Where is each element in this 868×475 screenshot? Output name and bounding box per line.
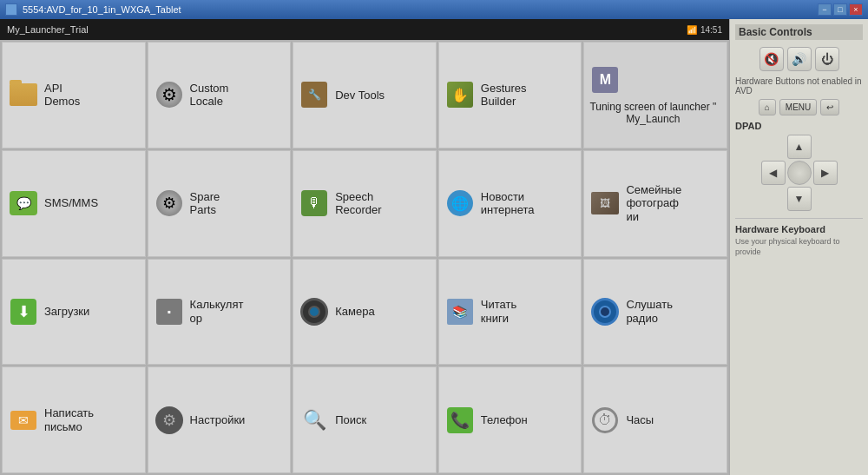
novosti-icon: 🌐 bbox=[444, 188, 476, 219]
nastrojki-label: Настройки bbox=[190, 413, 246, 427]
volume-up-button[interactable]: 🔊 bbox=[787, 47, 812, 71]
app-grid-container: APIDemos ⚙ CustomLocale 🔧 Dev Tools bbox=[0, 40, 729, 475]
search-icon: 🔍 bbox=[301, 407, 327, 433]
dpad-right-button[interactable]: ▶ bbox=[813, 161, 838, 185]
chitat-knigi-label: Читатькниги bbox=[481, 298, 516, 325]
photo-icon: 🖼 bbox=[591, 192, 619, 214]
status-icons: 📶 14:51 bbox=[687, 25, 722, 35]
basic-controls-row: 🔇 🔊 ⏻ bbox=[735, 47, 863, 71]
spare-parts-icon: ⚙ bbox=[154, 188, 185, 219]
gestures-builder-label: GesturesBuilder bbox=[481, 82, 527, 109]
semejnye-label: Семейныефотографии bbox=[626, 183, 681, 224]
telefon-label: Телефон bbox=[481, 413, 528, 427]
panel-title: Basic Controls bbox=[735, 24, 863, 40]
window-icon bbox=[5, 3, 17, 16]
kalkulator-icon: ▪ bbox=[154, 296, 185, 327]
hw-keyboard-desc: Use your physical keyboard to provide bbox=[735, 237, 863, 257]
radio-center-icon bbox=[599, 306, 611, 318]
right-panel: Basic Controls 🔇 🔊 ⏻ Hardware Buttons no… bbox=[729, 19, 868, 475]
gear-icon: ⚙ bbox=[156, 82, 182, 108]
app-cell-novosti[interactable]: 🌐 Новостиинтернета bbox=[438, 150, 582, 257]
power-button[interactable]: ⏻ bbox=[815, 47, 839, 71]
android-emulator: My_Launcher_Trial 📶 14:51 APIDemos ⚙ bbox=[0, 19, 729, 475]
app-cell-nastrojki[interactable]: ⚙ Настройки bbox=[148, 366, 292, 473]
globe-icon: 🌐 bbox=[447, 190, 473, 216]
dpad-left-button[interactable]: ◀ bbox=[761, 161, 786, 185]
zagruzki-icon: ⬇ bbox=[8, 296, 39, 327]
napisat-pismo-icon: ✉ bbox=[8, 405, 39, 436]
app-cell-napisat-pismo[interactable]: ✉ Написатьписьмо bbox=[2, 366, 146, 473]
app-cell-zagruzki[interactable]: ⬇ Загрузки bbox=[2, 259, 146, 366]
zagruzki-label: Загрузки bbox=[44, 305, 89, 319]
sms-icon: 💬 bbox=[8, 188, 39, 219]
hw-keyboard-section: Hardware Keyboard Use your physical keyb… bbox=[735, 218, 863, 257]
kamera-label: Камера bbox=[335, 305, 374, 319]
sound-off-button[interactable]: 🔇 bbox=[760, 47, 784, 71]
nastrojki-icon: ⚙ bbox=[154, 405, 185, 436]
app-cell-dev-tools[interactable]: 🔧 Dev Tools bbox=[293, 42, 437, 148]
app-cell-semejnye[interactable]: 🖼 Семейныефотографии bbox=[583, 150, 727, 257]
kamera-icon bbox=[299, 296, 330, 327]
folder-icon bbox=[10, 83, 37, 106]
gear2-icon: ⚙ bbox=[156, 190, 182, 216]
app-cell-spare-parts[interactable]: ⚙ SpareParts bbox=[148, 150, 292, 257]
app-grid: APIDemos ⚙ CustomLocale 🔧 Dev Tools bbox=[0, 40, 729, 475]
kalkulator-label: Калькулятор bbox=[190, 298, 244, 325]
minimize-button[interactable]: − bbox=[818, 3, 832, 16]
book-icon: 📚 bbox=[447, 299, 473, 325]
app-cell-kalkulator[interactable]: ▪ Калькулятор bbox=[148, 259, 292, 366]
dev-icon: 🔧 bbox=[301, 82, 327, 108]
app-cell-kamera[interactable]: Камера bbox=[293, 259, 437, 366]
dpad-container: ▲ ◀ ▶ ▼ bbox=[735, 135, 863, 211]
app-cell-slushat-radio[interactable]: Слушатьрадио bbox=[583, 259, 727, 366]
app-cell-chitat-knigi[interactable]: 📚 Читатькниги bbox=[438, 259, 582, 366]
dev-tools-label: Dev Tools bbox=[335, 89, 385, 102]
back-button[interactable]: ↩ bbox=[820, 99, 839, 115]
main-area: My_Launcher_Trial 📶 14:51 APIDemos ⚙ bbox=[0, 19, 868, 475]
dpad-empty-br bbox=[813, 187, 838, 211]
menu-button[interactable]: MENU bbox=[779, 99, 817, 115]
tuning-icon: M bbox=[589, 64, 621, 96]
app-cell-sms[interactable]: 💬 SMS/MMS bbox=[2, 150, 146, 257]
hw-nav-row: ⌂ MENU ↩ bbox=[735, 99, 863, 115]
gestures-builder-icon: ✋ bbox=[444, 79, 476, 110]
app-cell-speech-recorder[interactable]: 🎙 SpeechRecorder bbox=[293, 150, 437, 257]
clock-icon: ⏱ bbox=[592, 407, 618, 433]
api-demos-label: APIDemos bbox=[44, 82, 80, 109]
app-cell-gestures-builder[interactable]: ✋ GesturesBuilder bbox=[438, 42, 582, 148]
dpad-label: DPAD bbox=[735, 121, 863, 131]
app-cell-telefon[interactable]: 📞 Телефон bbox=[438, 366, 582, 473]
sms-bubble-icon: 💬 bbox=[10, 191, 37, 215]
speech-recorder-icon: 🎙 bbox=[299, 188, 330, 219]
home-button[interactable]: ⌂ bbox=[759, 99, 776, 115]
speech-recorder-label: SpeechRecorder bbox=[335, 190, 381, 217]
dpad-up-button[interactable]: ▲ bbox=[787, 135, 812, 159]
app-cell-chasy[interactable]: ⏱ Часы bbox=[583, 366, 727, 473]
time-display: 14:51 bbox=[700, 25, 722, 35]
poisk-label: Поиск bbox=[335, 413, 366, 427]
camera-icon bbox=[300, 298, 328, 326]
napisat-pismo-label: Написатьписьмо bbox=[44, 406, 94, 433]
api-demos-icon bbox=[8, 79, 39, 110]
camera-lens-icon bbox=[308, 306, 320, 318]
dpad-empty-tr bbox=[813, 135, 838, 159]
slushat-radio-label: Слушатьрадио bbox=[626, 298, 673, 325]
app-cell-poisk[interactable]: 🔍 Поиск bbox=[293, 366, 437, 473]
app-cell-api-demos[interactable]: APIDemos bbox=[2, 42, 146, 148]
app-cell-tuning[interactable]: M Tuning screen of launcher "My_Launch bbox=[583, 42, 727, 148]
android-topbar: My_Launcher_Trial 📶 14:51 bbox=[0, 19, 729, 40]
dpad-empty-bl bbox=[761, 187, 786, 211]
poisk-icon: 🔍 bbox=[299, 405, 330, 436]
calc-icon: ▪ bbox=[156, 299, 182, 325]
tuning-label: Tuning screen of launcher "My_Launch bbox=[589, 101, 716, 126]
dpad-center-button[interactable] bbox=[787, 161, 812, 185]
maximize-button[interactable]: □ bbox=[833, 3, 847, 16]
app-cell-custom-locale[interactable]: ⚙ CustomLocale bbox=[148, 42, 292, 148]
m-icon: M bbox=[592, 67, 618, 93]
dpad-down-button[interactable]: ▼ bbox=[787, 187, 812, 211]
window-controls: − □ × bbox=[818, 3, 863, 16]
download-icon: ⬇ bbox=[10, 299, 36, 325]
slushat-radio-icon bbox=[589, 296, 621, 327]
close-button[interactable]: × bbox=[849, 3, 863, 16]
custom-locale-label: CustomLocale bbox=[190, 82, 229, 109]
